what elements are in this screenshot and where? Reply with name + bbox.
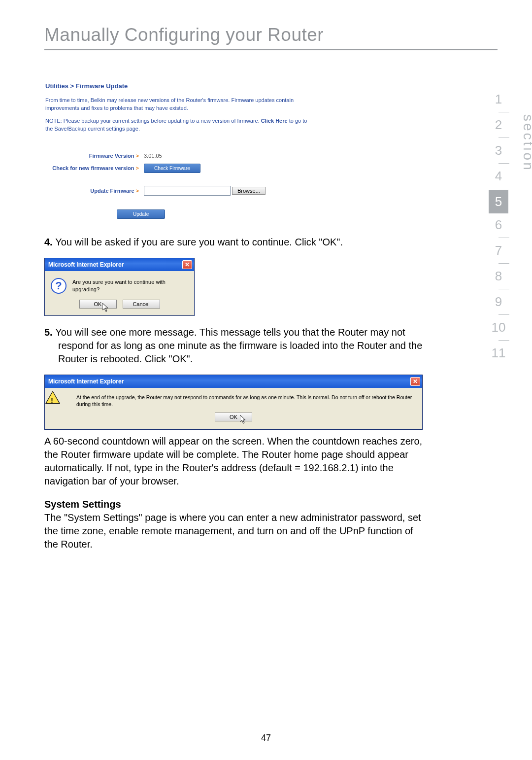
firmware-file-input[interactable]	[144, 186, 231, 196]
section-nav: 1234567891011	[489, 88, 508, 365]
firmware-version-value: 3.01.05	[144, 153, 162, 159]
section-label: section	[520, 114, 532, 172]
check-firmware-button[interactable]: Check Firmware	[144, 164, 200, 173]
ok-button[interactable]: OK	[79, 300, 117, 309]
section-nav-item-6[interactable]: 6	[489, 213, 508, 237]
dialog-title: Microsoft Internet Explorer	[48, 378, 124, 385]
cursor-icon	[102, 303, 110, 313]
update-firmware-label: Update Firmware >	[45, 188, 144, 194]
step-4-text: 4. You will be asked if you are sure you…	[44, 236, 432, 249]
section-nav-item-3[interactable]: 3	[489, 139, 508, 162]
dialog-message: Are you sure you want to continue with u…	[72, 278, 188, 293]
dialog-title: Microsoft Internet Explorer	[48, 261, 124, 268]
cursor-icon	[240, 415, 248, 425]
section-nav-item-7[interactable]: 7	[489, 239, 508, 262]
page-number: 47	[0, 733, 532, 743]
check-firmware-label: Check for new firmware version >	[45, 165, 144, 171]
step-5-text: 5. You will see one more message. This m…	[44, 326, 432, 366]
section-nav-item-5[interactable]: 5	[489, 190, 508, 213]
panel-note: NOTE: Please backup your current setting…	[45, 117, 311, 133]
dialog-message: At the end of the upgrade, the Router ma…	[76, 393, 413, 408]
cancel-button[interactable]: Cancel	[123, 300, 160, 309]
section-nav-item-10[interactable]: 10	[489, 316, 508, 339]
update-button[interactable]: Update	[117, 209, 165, 219]
countdown-paragraph: A 60-second countdown will appear on the…	[44, 435, 424, 488]
firmware-version-label: Firmware Version >	[45, 153, 144, 159]
system-settings-paragraph: The "System Settings" page is where you …	[44, 511, 424, 551]
ie-warning-dialog: Microsoft Internet Explorer ✕ At the end…	[44, 375, 423, 430]
system-settings-heading: System Settings	[44, 499, 498, 510]
warning-icon	[53, 393, 67, 406]
page-title: Manually Configuring your Router	[44, 25, 498, 45]
panel-description: From time to time, Belkin may release ne…	[45, 97, 306, 112]
router-firmware-panel: Utilities > Firmware Update From time to…	[45, 82, 410, 219]
dialog-titlebar: Microsoft Internet Explorer ✕	[45, 258, 194, 271]
section-nav-item-8[interactable]: 8	[489, 265, 508, 288]
ok-button[interactable]: OK	[215, 413, 252, 421]
dialog-titlebar: Microsoft Internet Explorer ✕	[45, 375, 422, 388]
question-icon: ?	[51, 278, 66, 294]
section-nav-item-4[interactable]: 4	[489, 165, 508, 188]
title-rule	[44, 49, 498, 50]
close-icon[interactable]: ✕	[182, 260, 192, 269]
breadcrumb: Utilities > Firmware Update	[45, 82, 410, 90]
browse-button[interactable]: Browse...	[232, 187, 266, 195]
section-nav-item-1[interactable]: 1	[489, 88, 508, 111]
section-nav-item-2[interactable]: 2	[489, 113, 508, 137]
note-text: NOTE: Please backup your current setting…	[45, 118, 261, 124]
section-nav-item-9[interactable]: 9	[489, 290, 508, 313]
close-icon[interactable]: ✕	[410, 377, 420, 386]
click-here-link[interactable]: Click Here	[261, 118, 288, 124]
section-nav-item-11[interactable]: 11	[489, 342, 508, 365]
ie-confirm-dialog: Microsoft Internet Explorer ✕ ? Are you …	[44, 258, 195, 316]
